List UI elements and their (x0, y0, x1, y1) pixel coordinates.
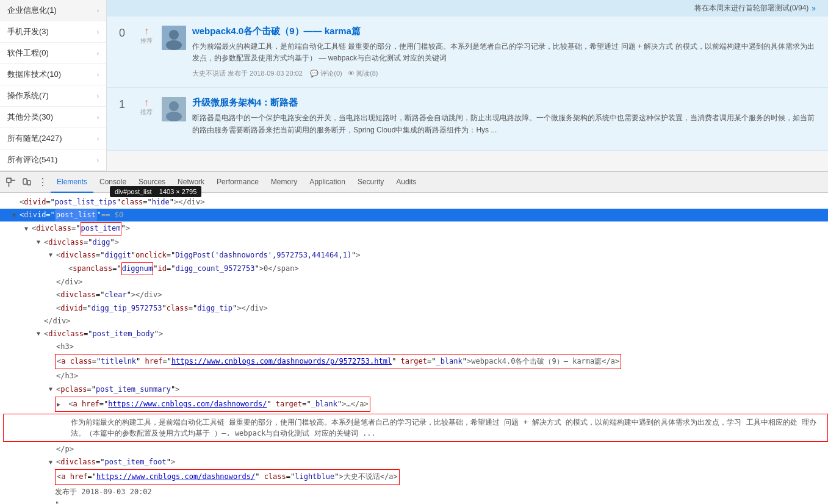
post-footer-0: 大史不说话 发布于 2018-09-03 20:02 💬 评论(0) 👁 阅读(… (192, 69, 816, 78)
summary-text-content: 作为前端最火的构建工具，是前端自动化工具链 最重要的部分，使用门槛较高。本系列是… (71, 417, 823, 439)
sidebar-item-6[interactable]: 所有随笔(2427) › (0, 128, 106, 149)
svg-rect-9 (23, 179, 27, 184)
dom-line-author-link[interactable]: <a href="https://www.cnblogs.com/dashnow… (0, 396, 828, 412)
post-views-link-0[interactable]: 阅读(8) (356, 70, 378, 77)
title-link-highlight: <a class="titlelnk" href="https://www.cn… (55, 354, 621, 369)
devtools-more-icon[interactable]: ⋮ (35, 176, 51, 188)
post-list-id-highlight: post_list (55, 209, 97, 221)
dom-line-diggnum[interactable]: <span class="diggnum" id="digg_count_957… (0, 262, 828, 276)
tab-elements[interactable]: Elements (51, 172, 93, 193)
sidebar-arrow-0: › (97, 7, 99, 14)
post-body-0: webpack4.0各个击破（9）—— karma篇 作为前端最火的构建工具，是… (192, 26, 816, 78)
dom-line-diggit[interactable]: <div class="diggit" onclick="DiggPost('d… (0, 249, 828, 262)
post-summary-1: 断路器是电路中的一个保护电路安全的开关，当电路出现短路时，断路器会自动跳闸，防止… (192, 112, 816, 135)
tab-application[interactable]: Application (303, 172, 351, 193)
dom-line-post-item[interactable]: <div class="post_item"> (0, 221, 828, 236)
triangle-open-icon[interactable] (12, 211, 20, 220)
post-avatar-1 (162, 97, 186, 121)
sidebar-item-1[interactable]: 手机开发(3) › (0, 21, 106, 43)
dom-line-close-h3[interactable]: </h3> (0, 370, 828, 383)
inspect-element-button[interactable] (3, 175, 19, 190)
dom-line-close-diggit[interactable]: </div> (0, 276, 828, 289)
sidebar-item-7[interactable]: 所有评论(541) › (0, 149, 106, 171)
sidebar-item-0[interactable]: 企业信息化(1) › (0, 0, 106, 21)
tooltip-tag: div#post_list (115, 188, 152, 195)
device-toggle-button[interactable] (19, 175, 35, 190)
triangle-foot-icon[interactable] (49, 458, 56, 467)
devtools-panel: ⋮ Elements Console Sources Network Perfo… (0, 171, 828, 504)
sidebar-arrow-4: › (97, 93, 99, 99)
dom-line-close-digg[interactable]: </div> (0, 315, 828, 328)
sidebar-arrow-7: › (97, 157, 99, 164)
post-title-1[interactable]: 升级微服务架构4：断路器 (192, 97, 816, 109)
banner: 将在本周末进行首轮部署测试(0/94) » (107, 0, 828, 16)
banner-text: 将在本周末进行首轮部署测试(0/94) (694, 3, 808, 13)
tab-memory[interactable]: Memory (265, 172, 303, 193)
dom-line-close-p[interactable]: </p> (0, 443, 828, 456)
triangle-diggit-icon[interactable] (49, 250, 56, 260)
svg-point-5 (166, 112, 182, 121)
post-summary-text-1: 断路器是电路中的一个保护电路安全的开关，当电路出现短路时，断路器会自动跳闸，防止… (192, 113, 815, 134)
element-tooltip: div#post_list 1403 × 2795 (110, 186, 201, 197)
sidebar-arrow-6: › (97, 135, 99, 142)
devtools-content: <div id="post_list_tips" class="hide" ><… (0, 193, 828, 504)
dom-line-title-link[interactable]: <a class="titlelnk" href="https://www.cn… (0, 353, 828, 370)
post-avatar-0 (162, 26, 186, 50)
triangle-summary-icon[interactable] (49, 384, 56, 394)
comment-icon-0: 💬 (310, 70, 319, 77)
dom-line-date-text: 发布于 2018-09-03 20:02 (0, 486, 828, 499)
sidebar-label-7: 所有评论(541) (7, 154, 57, 165)
blog-section: 企业信息化(1) › 手机开发(3) › 软件工程(0) › 数据库技术(10)… (0, 0, 828, 171)
svg-rect-10 (27, 181, 31, 185)
vote-label-0[interactable]: ↑ 推荐 (140, 26, 153, 45)
diggnum-class-highlight: diggnum (121, 262, 154, 275)
dom-line-summary-text: 作为前端最火的构建工具，是前端自动化工具链 最重要的部分，使用门槛较高。本系列是… (3, 414, 828, 442)
sidebar-item-3[interactable]: 数据库技术(10) › (0, 64, 106, 85)
dom-line-diggtip[interactable]: <div id="digg_tip_9572753" class="digg_t… (0, 302, 828, 315)
post-item-1: 1 ↑ 推荐 升级微服务架构4：断路器 断 (107, 88, 828, 150)
sidebar-item-2[interactable]: 软件工程(0) › (0, 43, 106, 64)
dom-line-post-list[interactable]: <div id="post_list" == $0 (0, 209, 828, 221)
sidebar: 企业信息化(1) › 手机开发(3) › 软件工程(0) › 数据库技术(10)… (0, 0, 107, 171)
post-body-1: 升级微服务架构4：断路器 断路器是电路中的一个保护电路安全的开关，当电路出现短路… (192, 97, 816, 140)
author-foot-highlight: <a href="https://www.cnblogs.com/dashnow… (55, 469, 400, 484)
sidebar-label-5: 其他分类(30) (7, 112, 53, 123)
post-title-0[interactable]: webpack4.0各个击破（9）—— karma篇 (192, 26, 816, 37)
dom-line-h3[interactable]: <h3> (0, 340, 828, 353)
post-author-link-0[interactable]: 大史不说话 (192, 70, 226, 77)
dom-line-foot[interactable]: <div class="post_item_foot"> (0, 456, 828, 469)
avatar-img-1 (162, 97, 186, 121)
vote-label-1[interactable]: ↑ 推荐 (140, 97, 153, 117)
triangle-digg-icon[interactable] (37, 237, 44, 247)
sidebar-item-5[interactable]: 其他分类(30) › (0, 107, 106, 128)
avatar-img-0 (162, 26, 186, 50)
dom-line-clear[interactable]: <div class="clear"></div> (0, 289, 828, 301)
post-date-0: 发布于 2018-09-03 20:02 (228, 70, 303, 77)
sidebar-arrow-5: › (97, 114, 99, 121)
sidebar-label-3: 数据库技术(10) (7, 69, 61, 80)
tab-audits[interactable]: Audits (390, 172, 422, 193)
svg-rect-6 (7, 178, 11, 182)
sidebar-label-6: 所有随笔(2427) (7, 133, 62, 144)
author-link-highlight: <a href="https://www.cnblogs.com/dashnow… (55, 397, 370, 412)
post-vote-0: ↑ 推荐 (137, 26, 156, 45)
triangle-open-icon-2[interactable] (24, 224, 32, 234)
triangle-author-icon[interactable] (57, 400, 64, 409)
post-number-0: 0 (119, 26, 131, 40)
svg-point-4 (169, 101, 179, 111)
dom-line-post-item-body[interactable]: <div class="post_item_body"> (0, 328, 828, 340)
tab-performance[interactable]: Performance (211, 172, 265, 193)
svg-point-1 (169, 30, 179, 40)
triangle-body-icon[interactable] (37, 329, 44, 339)
dom-line-author-foot[interactable]: <a href="https://www.cnblogs.com/dashnow… (0, 469, 828, 485)
dom-line-comment[interactable]: <div id="post_list_tips" class="hide" ><… (0, 196, 828, 209)
dom-line-digg[interactable]: <div class="digg"> (0, 236, 828, 249)
post-item-class-highlight: post_item (81, 222, 121, 235)
view-icon-0: 👁 (348, 70, 355, 77)
sidebar-item-4[interactable]: 操作系统(7) › (0, 85, 106, 107)
tab-security[interactable]: Security (351, 172, 390, 193)
dom-line-summary-p[interactable]: <p class="post_item_summary"> (0, 383, 828, 396)
post-summary-0: 作为前端最火的构建工具，是前端自动化工具链 最重要的部分，使用门槛较高。本系列是… (192, 41, 816, 64)
banner-link[interactable]: » (812, 4, 816, 13)
post-comments-link-0[interactable]: 评论(0) (320, 70, 342, 77)
